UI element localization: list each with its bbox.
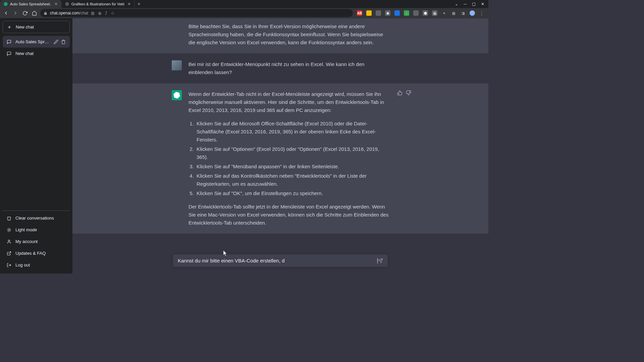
forward-button[interactable] bbox=[12, 10, 19, 16]
new-chat-button[interactable]: New chat bbox=[3, 21, 70, 33]
user-avatar-icon bbox=[172, 60, 182, 70]
svg-line-7 bbox=[7, 228, 8, 229]
edit-icon[interactable] bbox=[54, 40, 58, 44]
chat-main: … Bitte beachten Sie, dass Sie in Ihrer … bbox=[72, 18, 488, 274]
sidebar-item-label: My account bbox=[15, 239, 38, 244]
address-bar[interactable]: chat.openai.com/chat ⊞ ⊕ ⤴ ☆ bbox=[40, 9, 353, 17]
logout-icon bbox=[7, 263, 11, 267]
svg-point-0 bbox=[4, 2, 8, 6]
chat-icon bbox=[7, 51, 11, 56]
message-list: Klicken Sie auf die Microsoft Office-Sch… bbox=[189, 120, 389, 197]
browser-tab-active[interactable]: Auto Sales Spreadsheet. ✕ bbox=[0, 0, 61, 8]
sidebar-item-label: Auto Sales Spreadshee bbox=[15, 39, 50, 44]
extension-icon[interactable] bbox=[376, 10, 381, 16]
message-input[interactable]: Kannst du mir bitte einen VBA-Code erste… bbox=[173, 254, 388, 267]
sidebar-item-label: Log out bbox=[15, 262, 30, 267]
new-tab-button[interactable]: + bbox=[135, 1, 143, 7]
sidebar: New chat Auto Sales Spreadshee New chat bbox=[0, 18, 72, 274]
trash-icon[interactable] bbox=[61, 40, 66, 44]
sidebar-chat-item[interactable]: New chat bbox=[3, 48, 70, 59]
maximize-icon[interactable]: ▢ bbox=[472, 2, 476, 6]
svg-line-14 bbox=[9, 251, 11, 253]
list-item: Klicken Sie auf "OK", um die Einstellung… bbox=[195, 189, 389, 197]
message-text: Bitte beachten Sie, dass Sie in Ihrer Ex… bbox=[189, 22, 389, 47]
sidebar-item-label: Light mode bbox=[15, 227, 37, 232]
home-button[interactable] bbox=[31, 10, 38, 16]
sun-icon bbox=[7, 228, 11, 232]
extension-icon[interactable]: AB bbox=[357, 10, 362, 16]
list-item: Klicken Sie auf das Kontrollkästchen neb… bbox=[195, 172, 389, 188]
close-window-icon[interactable]: ✕ bbox=[481, 2, 484, 6]
svg-line-8 bbox=[10, 231, 11, 231]
external-link-icon bbox=[7, 251, 11, 256]
close-icon[interactable]: ✕ bbox=[127, 2, 131, 6]
svg-line-12 bbox=[10, 228, 11, 229]
trash-icon bbox=[7, 216, 11, 221]
extension-icon[interactable] bbox=[366, 10, 372, 16]
share-icon[interactable]: ⤴ bbox=[105, 11, 107, 16]
new-chat-label: New chat bbox=[16, 24, 34, 29]
logout-button[interactable]: Log out bbox=[3, 259, 70, 271]
svg-line-11 bbox=[7, 231, 8, 231]
url-text: chat.openai.com/chat bbox=[50, 11, 88, 15]
clear-conversations-button[interactable]: Clear conversations bbox=[3, 212, 70, 224]
message-text: Der Entwicklertools-Tab sollte jetzt in … bbox=[189, 203, 389, 227]
user-message: Bei mir ist der Entwickler-Menüpunkt nic… bbox=[72, 54, 488, 83]
my-account-button[interactable]: My account bbox=[3, 236, 70, 247]
zoom-icon[interactable]: ⊕ bbox=[98, 11, 102, 16]
send-button[interactable] bbox=[378, 258, 383, 263]
sidebar-item-label: Updates & FAQ bbox=[15, 251, 46, 256]
chat-favicon-icon bbox=[3, 2, 8, 6]
updates-faq-button[interactable]: Updates & FAQ bbox=[3, 247, 70, 259]
extension-icon[interactable]: ⬢ bbox=[423, 10, 428, 16]
reading-list-icon[interactable]: ▤ bbox=[451, 10, 456, 16]
thumbs-down-icon[interactable] bbox=[406, 90, 411, 96]
translate-icon[interactable]: ⊞ bbox=[91, 11, 95, 16]
input-text: Kannst du mir bitte einen VBA-Code erste… bbox=[178, 258, 378, 263]
back-button[interactable] bbox=[3, 10, 9, 16]
assistant-message: … Bitte beachten Sie, dass Sie in Ihrer … bbox=[72, 18, 488, 54]
close-icon[interactable]: ✕ bbox=[54, 2, 58, 6]
extension-icon[interactable]: ⊕ bbox=[385, 10, 390, 16]
extension-icon[interactable] bbox=[413, 10, 419, 16]
svg-point-4 bbox=[8, 229, 10, 231]
list-item: Klicken Sie auf "Optionen" (Excel 2010) … bbox=[195, 145, 389, 161]
kebab-menu-icon[interactable]: ⋮ bbox=[479, 10, 484, 16]
thumbs-up-icon[interactable] bbox=[397, 90, 402, 96]
light-mode-button[interactable]: Light mode bbox=[3, 224, 70, 236]
user-icon bbox=[7, 239, 11, 244]
extension-icon[interactable]: ◎ bbox=[432, 10, 437, 16]
bookmark-icon[interactable]: ☆ bbox=[111, 11, 115, 16]
browser-toolbar: chat.openai.com/chat ⊞ ⊕ ⤴ ☆ AB ⊕ ↓ ⬢ ◎ … bbox=[0, 8, 488, 18]
side-panel-icon[interactable]: ◨ bbox=[460, 10, 466, 16]
image-favicon-icon bbox=[65, 2, 69, 6]
chevron-down-icon[interactable]: ⌄ bbox=[455, 2, 458, 6]
reload-button[interactable] bbox=[21, 10, 28, 16]
chat-icon bbox=[7, 40, 11, 44]
message-text: Bei mir ist der Entwickler-Menüpunkt nic… bbox=[189, 60, 389, 76]
message-text: Wenn der Entwickler-Tab nicht in der Exc… bbox=[189, 90, 389, 114]
plus-icon bbox=[7, 25, 12, 29]
assistant-message: Wenn der Entwickler-Tab nicht in der Exc… bbox=[72, 83, 488, 234]
tab-title: Auto Sales Spreadsheet. bbox=[10, 2, 51, 6]
extensions-menu-icon[interactable]: ✦ bbox=[441, 10, 447, 16]
input-area: Kannst du mir bitte einen VBA-Code erste… bbox=[72, 249, 488, 274]
bot-avatar-icon bbox=[172, 90, 182, 100]
svg-point-13 bbox=[8, 240, 10, 241]
sidebar-item-label: New chat bbox=[15, 51, 66, 56]
browser-tab[interactable]: Grafiken & Illustrationen für Vekt ✕ bbox=[61, 0, 135, 8]
list-item: Klicken Sie auf "Menüband anpassen" in d… bbox=[195, 163, 389, 171]
minimize-icon[interactable]: ─ bbox=[464, 2, 467, 6]
extensions-area: AB ⊕ ↓ ⬢ ◎ ✦ ▤ ◨ ⋮ bbox=[356, 10, 486, 16]
sidebar-chat-item[interactable]: Auto Sales Spreadshee bbox=[3, 36, 70, 48]
lock-icon bbox=[44, 11, 47, 15]
mouse-cursor-icon bbox=[223, 250, 227, 256]
profile-avatar-icon[interactable] bbox=[470, 10, 475, 16]
tab-bar: Auto Sales Spreadsheet. ✕ Grafiken & Ill… bbox=[0, 0, 488, 8]
list-item: Klicken Sie auf die Microsoft Office-Sch… bbox=[195, 120, 389, 144]
sidebar-item-label: Clear conversations bbox=[15, 216, 54, 221]
tab-title: Grafiken & Illustrationen für Vekt bbox=[71, 2, 124, 6]
svg-point-1 bbox=[65, 2, 69, 6]
extension-icon[interactable]: ↓ bbox=[404, 10, 409, 16]
extension-icon[interactable] bbox=[394, 10, 400, 16]
